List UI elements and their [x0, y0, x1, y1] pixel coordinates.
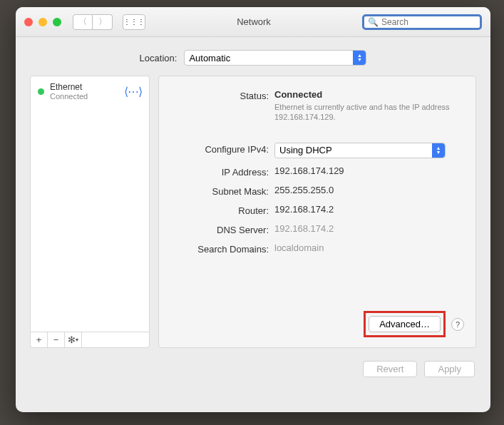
- dns-value: 192.168.174.2: [274, 223, 460, 234]
- detail-panel: Status: Connected Ethernet is currently …: [158, 76, 476, 348]
- footer: Revert Apply: [16, 348, 490, 390]
- status-label: Status:: [175, 89, 274, 101]
- status-row: Status: Connected Ethernet is currently …: [175, 89, 460, 123]
- configure-ipv4-select[interactable]: Using DHCP ▲▼: [274, 143, 446, 158]
- nav-buttons: 〈 〉: [73, 14, 113, 30]
- configure-value: Using DHCP: [279, 145, 332, 155]
- search-field[interactable]: 🔍: [362, 14, 482, 30]
- interface-name: Ethernet: [50, 82, 118, 92]
- network-preferences-window: 〈 〉 ⋮⋮⋮ Network 🔍 Location: Automatic ▲▼…: [16, 7, 490, 412]
- apply-button[interactable]: Apply: [424, 361, 475, 377]
- subnet-value: 255.255.255.0: [274, 185, 460, 195]
- location-value: Automatic: [189, 53, 230, 63]
- router-row: Router: 192.168.174.2: [175, 204, 460, 216]
- body-area: Ethernet Connected ⟨⋯⟩ + − ✻▾ Status: C: [16, 76, 490, 348]
- router-label: Router:: [175, 204, 274, 216]
- close-icon[interactable]: [24, 18, 33, 26]
- interface-status: Connected: [50, 92, 118, 101]
- subnet-label: Subnet Mask:: [175, 185, 274, 197]
- configure-row: Configure IPv4: Using DHCP ▲▼: [175, 143, 460, 158]
- ip-row: IP Address: 192.168.174.129: [175, 165, 460, 178]
- location-select[interactable]: Automatic ▲▼: [184, 50, 366, 66]
- sidebar-toolbar: + − ✻▾: [30, 332, 150, 348]
- revert-button[interactable]: Revert: [363, 361, 417, 377]
- interfaces-list[interactable]: Ethernet Connected ⟨⋯⟩: [30, 76, 150, 332]
- interfaces-sidebar: Ethernet Connected ⟨⋯⟩ + − ✻▾: [30, 76, 150, 348]
- status-dot-icon: [38, 88, 44, 95]
- search-domains-label: Search Domains:: [175, 242, 274, 255]
- location-row: Location: Automatic ▲▼: [16, 37, 490, 76]
- router-value: 192.168.174.2: [274, 204, 460, 215]
- chevron-down-icon: ▾: [76, 337, 78, 343]
- status-description: Ethernet is currently active and has the…: [274, 102, 460, 123]
- sidebar-item-text: Ethernet Connected: [50, 82, 118, 101]
- chevron-up-down-icon: ▲▼: [353, 51, 366, 65]
- advanced-button[interactable]: Advanced…: [369, 316, 441, 332]
- window-title: Network: [150, 16, 358, 27]
- subnet-row: Subnet Mask: 255.255.255.0: [175, 185, 460, 197]
- traffic-lights: [24, 18, 61, 26]
- dns-row: DNS Server: 192.168.174.2: [175, 223, 460, 235]
- status-value-group: Connected Ethernet is currently active a…: [274, 89, 460, 123]
- zoom-icon[interactable]: [53, 18, 61, 26]
- status-value: Connected: [274, 89, 460, 100]
- ip-value: 192.168.174.129: [274, 165, 460, 176]
- chevron-up-down-icon: ▲▼: [432, 143, 445, 158]
- action-menu-button[interactable]: ✻▾: [65, 332, 82, 347]
- titlebar: 〈 〉 ⋮⋮⋮ Network 🔍: [16, 7, 490, 37]
- configure-label: Configure IPv4:: [175, 143, 274, 155]
- gear-icon: ✻: [68, 334, 76, 345]
- forward-button[interactable]: 〉: [93, 14, 113, 30]
- toolbar-spacer: [82, 332, 149, 347]
- advanced-highlight: Advanced…: [364, 311, 446, 337]
- search-input[interactable]: [381, 17, 476, 27]
- sidebar-item-ethernet[interactable]: Ethernet Connected ⟨⋯⟩: [31, 76, 149, 106]
- back-button[interactable]: 〈: [73, 14, 93, 30]
- add-interface-button[interactable]: +: [31, 332, 48, 347]
- search-domains-row: Search Domains: localdomain: [175, 242, 460, 255]
- remove-interface-button[interactable]: −: [48, 332, 65, 347]
- grid-icon: ⋮⋮⋮: [123, 18, 145, 26]
- ethernet-icon: ⟨⋯⟩: [124, 85, 142, 98]
- ip-label: IP Address:: [175, 165, 274, 178]
- advanced-row: Advanced… ?: [364, 311, 464, 337]
- search-domains-value: localdomain: [274, 242, 460, 253]
- dns-label: DNS Server:: [175, 223, 274, 235]
- search-icon: 🔍: [368, 17, 379, 27]
- help-button[interactable]: ?: [451, 318, 464, 331]
- location-label: Location:: [140, 53, 178, 63]
- show-all-button[interactable]: ⋮⋮⋮: [123, 14, 145, 30]
- minimize-icon[interactable]: [38, 18, 47, 26]
